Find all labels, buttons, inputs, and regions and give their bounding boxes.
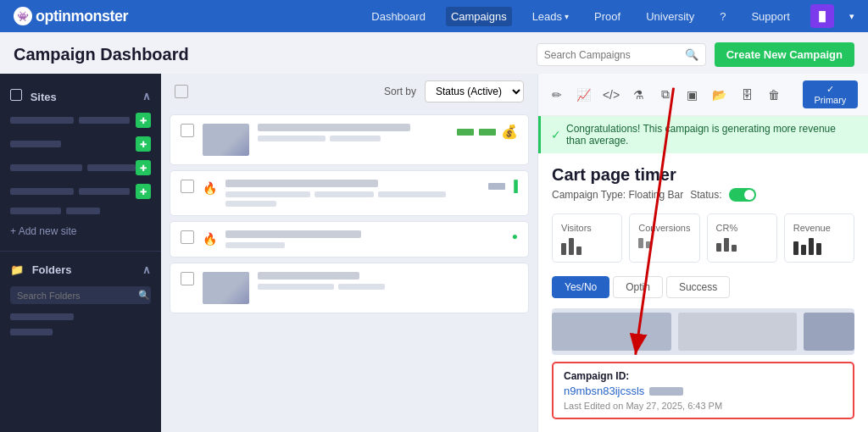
copy-icon[interactable]: ⧉	[657, 86, 674, 104]
sites-icon	[10, 89, 22, 101]
nav-campaigns[interactable]: Campaigns	[446, 7, 512, 26]
campaign-id-value: n9mbsn83ijcssls	[564, 385, 843, 397]
campaign-checkbox[interactable]	[181, 180, 194, 193]
user-avatar[interactable]: ▐▌	[810, 4, 834, 28]
campaign-preview	[552, 308, 854, 355]
campaign-card[interactable]: 🔥 ●	[170, 221, 529, 258]
search-campaigns-container: 🔍	[537, 43, 706, 66]
filter-icon[interactable]: ⚗	[630, 86, 647, 104]
sidebar-item[interactable]: ✚	[0, 132, 161, 156]
sort-label: Sort by	[384, 86, 416, 97]
primary-button[interactable]: ✓ Primary	[803, 80, 858, 108]
site-url-bar	[87, 164, 136, 171]
sidebar-divider	[0, 251, 161, 252]
tab-success[interactable]: Success	[666, 276, 730, 298]
site-status-dot: ✚	[136, 136, 151, 152]
archive-icon[interactable]: 🗄	[738, 86, 755, 104]
campaign-action-icon: ▐	[510, 180, 518, 192]
campaign-alert-icon: 🔥	[203, 181, 217, 195]
select-all-checkbox[interactable]	[175, 85, 188, 98]
sidebar-item[interactable]: ✚	[0, 180, 161, 203]
main-content: Sites ∧ ✚ ✚	[0, 74, 868, 432]
campaign-status-icon: ●	[512, 230, 518, 242]
campaign-checkbox[interactable]	[181, 272, 194, 285]
folder-icon[interactable]: 📂	[711, 86, 728, 104]
campaign-thumbnail	[203, 272, 249, 304]
campaign-id-label: Campaign ID:	[564, 370, 843, 382]
site-status-dot: ✚	[136, 160, 151, 175]
logo: 👾 optinmonster	[14, 7, 128, 25]
create-campaign-button[interactable]: Create New Campaign	[715, 42, 854, 67]
campaign-card[interactable]: 💰	[170, 114, 529, 165]
page-title: Campaign Dashboard	[14, 45, 189, 64]
page-container: Campaign Dashboard 🔍 Create New Campaign…	[0, 32, 868, 432]
stat-cr: CR%	[707, 213, 777, 263]
stat-label: Revenue	[793, 223, 845, 233]
campaign-card[interactable]: 🔥 ▐	[170, 170, 529, 216]
top-nav: 👾 optinmonster Dashboard Campaigns Leads…	[0, 0, 868, 32]
page-header: Campaign Dashboard 🔍 Create New Campaign	[0, 32, 868, 74]
success-banner: ✓ Congratulations! This campaign is gene…	[538, 116, 868, 153]
folders-icon: 📁	[10, 263, 24, 276]
last-edited: Last Edited on May 27, 2025, 6:43 PM	[564, 401, 843, 411]
site-name-bar	[10, 117, 74, 124]
folder-item[interactable]	[0, 309, 161, 324]
site-name-bar	[10, 164, 82, 171]
sort-select[interactable]: Status (Active)	[425, 80, 524, 102]
sidebar-item[interactable]: ✚	[0, 108, 161, 132]
site-name-bar	[10, 188, 74, 195]
edit-icon[interactable]: ✏	[548, 86, 565, 104]
site-status-dot: ✚	[136, 184, 151, 199]
detail-toolbar: ✏ 📈 </> ⚗ ⧉ ▣ 📂 🗄 🗑 ✓ Primary	[538, 74, 868, 116]
logo-icon: 👾	[14, 7, 32, 25]
campaign-name-bar	[258, 272, 359, 280]
folders-collapse-icon[interactable]: ∧	[142, 263, 151, 276]
campaign-name-bar	[225, 180, 378, 187]
campaign-title: Cart page timer	[552, 165, 854, 185]
check-icon: ✓	[551, 128, 561, 141]
detail-content: Cart page timer Campaign Type: Floating …	[538, 153, 868, 431]
stat-label: Conversions	[638, 223, 690, 233]
add-new-site-button[interactable]: + Add new site	[0, 219, 161, 244]
search-folders-container: 🔍	[10, 286, 151, 304]
tab-optin[interactable]: Optin	[613, 276, 663, 298]
campaign-checkbox[interactable]	[181, 124, 194, 137]
search-input[interactable]	[544, 49, 680, 61]
sidebar-item[interactable]: ✚	[0, 156, 161, 180]
campaign-list-header: Sort by Status (Active)	[161, 74, 537, 109]
chart-icon[interactable]: 📈	[576, 86, 593, 104]
nav-leads[interactable]: Leads ▾	[527, 7, 574, 26]
box-icon[interactable]: ▣	[684, 86, 701, 104]
nav-support[interactable]: Support	[746, 7, 795, 26]
campaign-type-row: Campaign Type: Floating Bar Status:	[552, 188, 854, 202]
campaign-id-blur	[649, 387, 683, 396]
account-name[interactable]: ▾	[849, 11, 854, 22]
detail-panel: ✏ 📈 </> ⚗ ⧉ ▣ 📂 🗄 🗑 ✓ Primary ✓ Congratu…	[537, 74, 868, 432]
campaign-id-box: Campaign ID: n9mbsn83ijcssls Last Edited…	[552, 362, 854, 419]
sites-collapse-icon[interactable]: ∧	[142, 90, 151, 102]
campaign-card[interactable]	[170, 263, 529, 313]
tab-yes-no[interactable]: Yes/No	[552, 276, 609, 298]
code-icon[interactable]: </>	[603, 86, 620, 104]
stat-label: CR%	[716, 223, 768, 233]
site-name-bar	[10, 208, 61, 214]
nav-help[interactable]: ?	[715, 7, 731, 26]
campaign-checkbox[interactable]	[181, 230, 194, 244]
campaign-name-bar	[225, 230, 361, 238]
stats-grid: Visitors Conversions	[552, 213, 854, 263]
sidebar-sites-header: Sites ∧	[0, 84, 161, 108]
nav-dashboard[interactable]: Dashboard	[366, 7, 431, 26]
delete-icon[interactable]: 🗑	[765, 86, 782, 104]
stat-conversions: Conversions	[629, 213, 699, 263]
status-toggle[interactable]	[729, 188, 756, 202]
folder-item[interactable]	[0, 324, 161, 340]
nav-proof[interactable]: Proof	[589, 7, 626, 26]
stat-visitors: Visitors	[552, 213, 622, 263]
sidebar: Sites ∧ ✚ ✚	[0, 74, 161, 432]
header-right: 🔍 Create New Campaign	[537, 42, 854, 67]
sidebar-item[interactable]	[0, 203, 161, 219]
search-folders-input[interactable]	[17, 291, 134, 301]
nav-university[interactable]: University	[641, 7, 699, 26]
tab-row: Yes/No Optin Success	[552, 276, 854, 298]
campaign-name-bar	[258, 124, 410, 131]
